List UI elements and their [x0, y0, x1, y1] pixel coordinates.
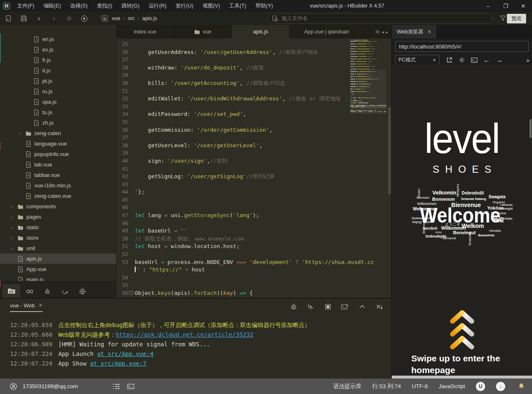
- editor-tab-index-vue[interactable]: index.vue: [116, 25, 174, 38]
- terminal-icon[interactable]: [126, 381, 136, 391]
- tree-item-app-vue[interactable]: VApp.vue: [0, 264, 116, 274]
- save-button[interactable]: [18, 13, 30, 24]
- tree-item-es-js[interactable]: Jes.js: [0, 44, 116, 55]
- clear-console-icon[interactable]: [375, 302, 384, 311]
- tab-scroll-left-icon[interactable]: ◂: [382, 30, 384, 34]
- collapse-panel-icon[interactable]: [357, 302, 367, 311]
- console-tab[interactable]: vue - Web ✕: [10, 302, 43, 312]
- breadcrumb-item[interactable]: apis.js: [142, 15, 157, 21]
- tree-item-apis-js[interactable]: Japis.js: [0, 253, 116, 264]
- account-email[interactable]: 1735031199@qq.com: [23, 383, 78, 389]
- filter-icon[interactable]: [500, 15, 506, 23]
- status--53-74[interactable]: 行:53 列:74: [372, 383, 401, 390]
- tree-item-pt-js[interactable]: Jpt.js: [0, 76, 116, 86]
- tab-label-truncated[interactable]: in: [375, 29, 380, 35]
- tree-item-zeng-calen[interactable]: ›zeng-calen: [0, 128, 116, 138]
- chevron-right-icon[interactable]: ›: [19, 131, 23, 136]
- favorite-star-button[interactable]: ☆: [63, 13, 75, 24]
- status--[interactable]: 语法提示库: [333, 383, 362, 390]
- minimap[interactable]: [350, 40, 386, 113]
- menu-item[interactable]: 运行(R): [145, 1, 170, 11]
- feedback-icon[interactable]: U: [476, 382, 485, 391]
- chevron-right-icon[interactable]: ›: [11, 246, 15, 251]
- browser-tab-close-icon[interactable]: ✕: [427, 29, 432, 35]
- footer-search-icon[interactable]: [21, 285, 39, 298]
- chevron-right-icon[interactable]: ›: [11, 225, 15, 230]
- restart-icon[interactable]: [306, 302, 315, 311]
- chevron-right-icon[interactable]: ›: [11, 204, 15, 209]
- menu-item[interactable]: 跳转(G): [118, 1, 143, 11]
- notification-bell-icon[interactable]: [516, 381, 526, 391]
- fold-marker-icon[interactable]: –: [129, 291, 133, 295]
- tree-item-en-js[interactable]: Jen.js: [0, 34, 116, 44]
- tree-item-tabbar-vue[interactable]: Vtabbar.vue: [0, 170, 116, 180]
- tree-item-fr-js[interactable]: Jfr.js: [0, 55, 116, 65]
- tree-item-static[interactable]: ›static: [0, 222, 116, 233]
- menu-item[interactable]: 工具(T): [226, 1, 250, 11]
- task-list-icon[interactable]: [111, 381, 121, 391]
- menu-item[interactable]: 编辑(E): [40, 1, 65, 11]
- footer-web-icon[interactable]: [74, 285, 91, 298]
- stop-icon[interactable]: [323, 302, 332, 311]
- log-link[interactable]: at src/App.vue:7: [90, 360, 146, 367]
- new-file-button[interactable]: [3, 13, 15, 24]
- breadcrumb-item[interactable]: src: [128, 15, 135, 21]
- preview-button[interactable]: 预览: [507, 14, 526, 23]
- update-download-icon[interactable]: ↓: [496, 382, 505, 391]
- menu-item[interactable]: 发行(U): [172, 1, 197, 11]
- device-mode-select[interactable]: PC模式 ▼: [395, 55, 439, 65]
- browser-tab[interactable]: Web浏览器 ✕: [392, 25, 437, 38]
- log-link[interactable]: https://ask.dcloud.net.cn/article/35232: [116, 331, 253, 338]
- tree-item-zeng-calen-vue[interactable]: Vzeng-calen.vue: [0, 191, 116, 201]
- search-input[interactable]: [282, 15, 488, 21]
- console-tab-close-icon[interactable]: ✕: [39, 302, 43, 308]
- tree-item-tu-js[interactable]: Jtu.js: [0, 107, 116, 118]
- chevron-right-icon[interactable]: ›: [11, 215, 15, 220]
- menu-item[interactable]: 文件(F): [13, 1, 38, 11]
- swipe-up-chevrons-icon[interactable]: [449, 310, 475, 351]
- editor-tab-vue[interactable]: vue: [174, 25, 232, 38]
- chevron-right-icon[interactable]: ›: [11, 235, 15, 240]
- browser-back-icon[interactable]: ←: [481, 55, 493, 65]
- browser-scrollbar[interactable]: [529, 119, 532, 138]
- more-tools-icon[interactable]: »: [526, 57, 529, 64]
- menu-item[interactable]: 帮助(Y): [252, 1, 277, 11]
- code-editor[interactable]: 2526 getUserAddress: '/user/getUserAddre…: [116, 38, 391, 298]
- browser-horizontal-scrollbar[interactable]: [392, 376, 532, 379]
- url-input[interactable]: [395, 41, 529, 52]
- tree-item-tab-vue[interactable]: Vtab.vue: [0, 159, 116, 170]
- log-link[interactable]: at src/App.vue:4: [97, 351, 154, 357]
- open-external-icon[interactable]: [443, 55, 455, 65]
- maximize-icon[interactable]: ❐: [497, 0, 514, 12]
- browser-forward-icon[interactable]: →: [493, 55, 506, 65]
- tree-item-popupinfo-vue[interactable]: VpopupInfo.vue: [0, 149, 116, 159]
- status-javascript[interactable]: JavaScript: [439, 383, 465, 389]
- footer-debug-icon[interactable]: [39, 285, 56, 298]
- menu-item[interactable]: 视图(V): [199, 1, 224, 11]
- debug-bug-icon[interactable]: [289, 302, 298, 311]
- tree-item-components[interactable]: ›components: [0, 201, 116, 212]
- account-icon[interactable]: [8, 381, 18, 391]
- footer-files-icon[interactable]: [2, 284, 21, 298]
- menu-item[interactable]: 选择(S): [67, 1, 92, 11]
- footer-refresh-icon[interactable]: [56, 285, 74, 298]
- tree-item-vue-i18n-min-js[interactable]: Jvue-i18n.min.js: [0, 180, 116, 191]
- browser-console-icon[interactable]: [468, 55, 481, 65]
- tree-item-spa-js[interactable]: Jspa.js: [0, 97, 116, 107]
- editor-scrollbar[interactable]: [388, 107, 391, 194]
- editor-tab-app-vue[interactable]: App.vue | qianduan: [290, 25, 364, 38]
- tree-item-it-js[interactable]: Jit.js: [0, 65, 116, 76]
- tree-item-language-vue[interactable]: Vlanguage.vue: [0, 138, 116, 149]
- tree-item-pages[interactable]: ›pages: [0, 212, 116, 222]
- new-terminal-icon[interactable]: [340, 302, 350, 311]
- editor-tab-apis-js[interactable]: apis.js: [232, 25, 290, 38]
- status-utf-8[interactable]: UTF-8: [412, 383, 428, 389]
- tab-scroll-right-icon[interactable]: ▸: [386, 30, 388, 34]
- close-icon[interactable]: ✕: [514, 0, 532, 12]
- back-button[interactable]: ‹: [33, 13, 45, 24]
- tree-item-store[interactable]: ›store: [0, 233, 116, 243]
- minimize-icon[interactable]: –: [479, 0, 497, 12]
- tree-item-unit[interactable]: ›unit: [0, 243, 116, 253]
- forward-button[interactable]: ›: [48, 13, 60, 24]
- tree-item-zh-js[interactable]: Jzh.js: [0, 118, 116, 128]
